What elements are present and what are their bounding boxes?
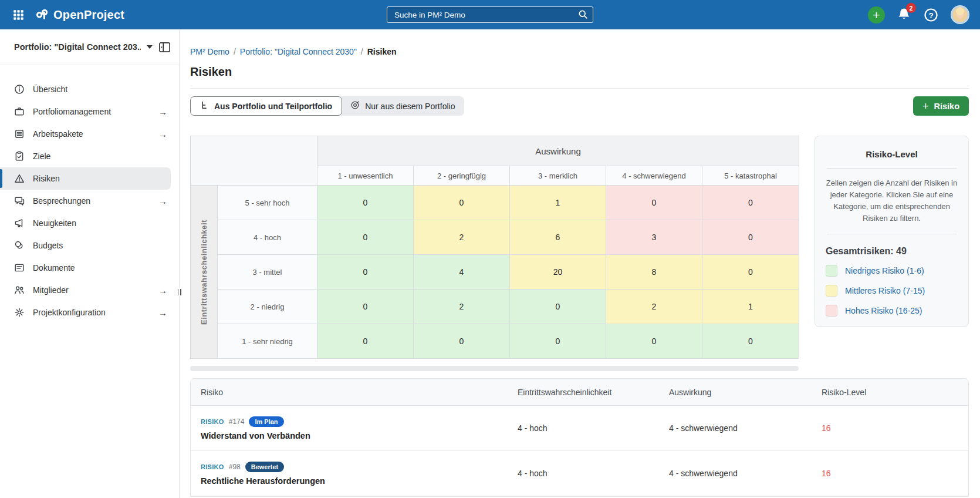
user-avatar[interactable] [951,5,969,24]
search-input[interactable] [387,6,593,23]
sidebar-item-portfoliomanagement[interactable]: Portfoliomanagement→ [0,100,179,123]
svg-text:?: ? [928,11,933,19]
breadcrumb-item-pm-demo[interactable]: PM² Demo [190,47,229,56]
collapse-sidebar-icon[interactable] [158,42,171,53]
sidebar-item-dokumente[interactable]: Dokumente [0,257,179,279]
sidebar-item-projektkonfiguration[interactable]: Projektkonfiguration→ [0,301,179,324]
column-header-eintrittswahrscheinlichkeit: Eintrittswahrscheinlichkeit [508,388,659,397]
clipboard-check-icon [14,151,25,161]
sidebar-item-arbeitspakete[interactable]: Arbeitspakete→ [0,123,179,145]
status-badge[interactable]: Im Plan [249,416,283,427]
add-risk-button[interactable]: + Risiko [913,96,969,116]
matrix-cell-5-sehr-hoch-x-5-katastrophal[interactable]: 0 [702,186,799,220]
legend-item-high-risk[interactable]: Hohes Risiko (16-25) [826,305,958,317]
matrix-cell-4-hoch-x-2-geringfugig[interactable]: 2 [414,220,510,255]
arrow-right-icon[interactable]: → [158,285,167,295]
help-button[interactable]: ? [924,8,938,22]
matrix-cell-2-niedrig-x-3-merklich[interactable]: 0 [510,290,606,324]
notifications-button[interactable]: 2 [897,7,911,22]
work-package-type: RISIKO [201,418,224,425]
quick-add-button[interactable]: + [868,6,885,23]
legend-label[interactable]: Hohes Risiko (16-25) [845,306,922,315]
matrix-cell-3-mittel-x-5-katastrophal[interactable]: 0 [702,255,799,290]
legend-label[interactable]: Mittleres Risiko (7-15) [845,286,925,295]
sidebar-item-besprechungen[interactable]: Besprechungen→ [0,190,179,212]
scope-this-portfolio-button[interactable]: Nur aus diesem Portfolio [339,96,464,116]
matrix-cell-1-sehr-niedrig-x-4-schwerwiegend[interactable]: 0 [606,324,702,359]
matrix-cell-5-sehr-hoch-x-4-schwerwiegend[interactable]: 0 [606,186,702,220]
column-header-auswirkung: Auswirkung [659,388,812,397]
matrix-cell-5-sehr-hoch-x-1-unwesentlich[interactable]: 0 [317,186,414,220]
sidebar-item-ziele[interactable]: Ziele [0,145,179,167]
openproject-logo[interactable]: OpenProject [35,8,124,22]
matrix-cell-4-hoch-x-1-unwesentlich[interactable]: 0 [317,220,414,255]
scope-portfolio-and-sub-label: Aus Portfolio und Teilportfolio [214,102,332,111]
matrix-cell-3-mittel-x-4-schwerwiegend[interactable]: 8 [606,255,702,290]
matrix-cell-4-hoch-x-3-merklich[interactable]: 6 [510,220,606,255]
notification-count-badge: 2 [906,3,916,13]
megaphone-icon [14,218,25,228]
risk-title[interactable]: Widerstand von Verbänden [201,431,508,440]
column-header-risiko: Risiko [191,388,508,397]
bell-icon [897,14,911,23]
arrow-right-icon[interactable]: → [158,129,167,139]
breadcrumb-separator: / [361,47,363,56]
sidebar-item-neuigkeiten[interactable]: Neuigkeiten [0,212,179,234]
breadcrumb-item-portfolio-digital-connect-2030[interactable]: Portfolio: "Digital Connect 2030" [240,47,357,56]
sidebar-item-label: Arbeitspakete [33,129,83,139]
search-icon[interactable] [578,9,588,22]
arrow-right-icon[interactable]: → [158,308,167,318]
matrix-cell-5-sehr-hoch-x-3-merklich[interactable]: 1 [510,186,606,220]
work-package-id[interactable]: #174 [229,418,245,426]
sidebar-item-label: Projektkonfiguration [33,308,106,317]
matrix-cell-2-niedrig-x-4-schwerwiegend[interactable]: 2 [606,290,702,324]
sidebar: Portfolio: "Digital Connect 203... Übers… [0,29,180,498]
matrix-cell-5-sehr-hoch-x-2-geringfugig[interactable]: 0 [414,186,510,220]
sidebar-item-budgets[interactable]: Budgets [0,234,179,257]
matrix-cell-3-mittel-x-1-unwesentlich[interactable]: 0 [317,255,414,290]
matrix-probability-level-label: 3 - mittel [218,255,317,290]
project-selector[interactable]: Portfolio: "Digital Connect 203... [14,42,141,52]
matrix-cell-2-niedrig-x-2-geringfugig[interactable]: 2 [414,290,510,324]
legend-label[interactable]: Niedriges Risiko (1-6) [845,266,924,275]
risk-row-widerstand-von-verbanden[interactable]: RISIKO#174Im PlanWiderstand von Verbände… [191,406,968,451]
legend-swatch-low [826,265,837,277]
matrix-cell-3-mittel-x-3-merklich[interactable]: 20 [510,255,606,290]
risk-list-table: RisikoEintrittswahrscheinlichkeitAuswirk… [190,378,969,497]
risk-title[interactable]: Rechtliche Herausforderungen [201,476,508,486]
matrix-impact-level-label: 1 - unwesentlich [317,166,414,186]
legend-item-low-risk[interactable]: Niedriges Risiko (1-6) [826,265,958,277]
title-divider [190,88,969,89]
sidebar-item-ubersicht[interactable]: Übersicht [0,78,179,100]
arrow-right-icon[interactable]: → [158,107,167,117]
risk-impact: 4 - schwerwiegend [659,423,812,433]
matrix-cell-4-hoch-x-4-schwerwiegend[interactable]: 3 [606,220,702,255]
legend-swatch-high [826,305,837,317]
apps-grid-icon[interactable] [9,6,27,23]
legend-item-medium-risk[interactable]: Mittleres Risiko (7-15) [826,285,958,297]
work-package-id[interactable]: #98 [229,463,241,471]
main-content: PM² Demo/Portfolio: "Digital Connect 203… [180,29,980,498]
status-badge[interactable]: Bewertet [245,462,284,472]
risk-row-rechtliche-herausforderungen[interactable]: RISIKO#98BewertetRechtliche Herausforder… [191,451,968,496]
matrix-cell-1-sehr-niedrig-x-3-merklich[interactable]: 0 [510,324,606,359]
matrix-probability-level-label: 1 - sehr niedrig [218,324,317,359]
arrow-right-icon[interactable]: → [158,196,167,206]
matrix-horizontal-scrollbar[interactable] [190,366,799,371]
matrix-cell-1-sehr-niedrig-x-2-geringfugig[interactable]: 0 [414,324,510,359]
matrix-cell-2-niedrig-x-5-katastrophal[interactable]: 1 [702,290,799,324]
chevron-down-icon[interactable] [147,45,153,49]
warning-triangle-icon [14,173,25,184]
sidebar-item-mitglieder[interactable]: Mitglieder→ [0,279,179,301]
panel-divider [827,234,957,234]
matrix-cell-1-sehr-niedrig-x-5-katastrophal[interactable]: 0 [702,324,799,359]
matrix-cell-2-niedrig-x-1-unwesentlich[interactable]: 0 [317,290,414,324]
sidebar-item-risiken[interactable]: Risiken [0,167,171,190]
matrix-impact-level-label: 4 - schwerwiegend [606,166,702,186]
matrix-cell-1-sehr-niedrig-x-1-unwesentlich[interactable]: 0 [317,324,414,359]
matrix-cell-3-mittel-x-2-geringfugig[interactable]: 4 [414,255,510,290]
scope-portfolio-and-sub-button[interactable]: Aus Portfolio und Teilportfolio [190,96,342,116]
speech-bubble-icon [14,196,25,206]
sidebar-resize-handle[interactable] [177,288,182,297]
matrix-cell-4-hoch-x-5-katastrophal[interactable]: 0 [702,220,799,255]
